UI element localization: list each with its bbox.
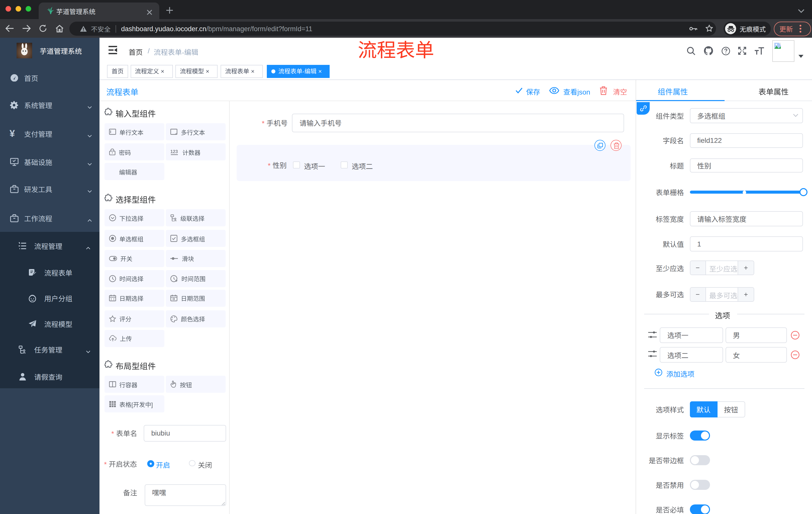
svg-text:123: 123 (170, 149, 178, 154)
